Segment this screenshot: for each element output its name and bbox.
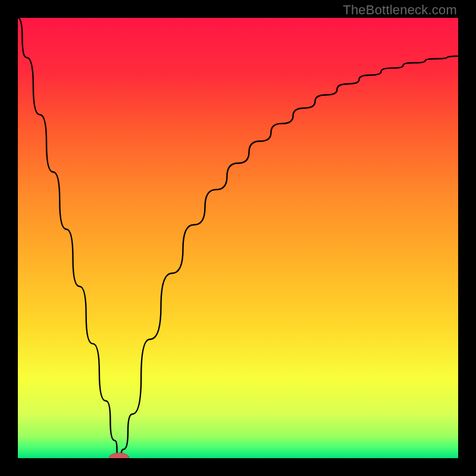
bottleneck-chart	[18, 18, 458, 458]
watermark-text: TheBottleneck.com	[343, 2, 457, 18]
plot-background	[18, 18, 458, 458]
chart-frame	[18, 18, 458, 458]
